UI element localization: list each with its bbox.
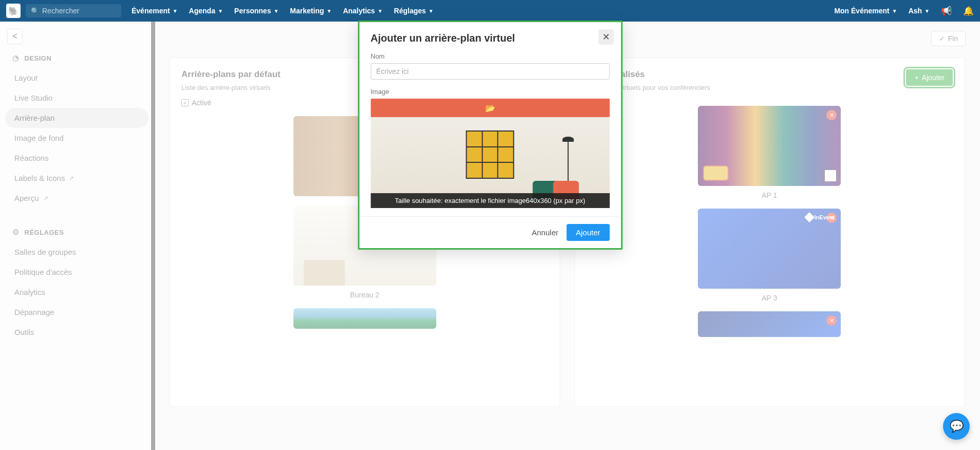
name-label: Nom <box>371 52 609 60</box>
event-selector[interactable]: Mon Événement▼ <box>834 7 897 15</box>
qr-code-graphic <box>824 170 837 182</box>
image-label: Image <box>371 88 609 96</box>
submit-button[interactable]: Ajouter <box>566 224 609 241</box>
sidebar-resize-handle[interactable] <box>151 22 155 450</box>
close-button[interactable]: ✕ <box>598 29 614 45</box>
chevron-down-icon: ▼ <box>273 8 279 14</box>
design-menu: Layout Live Studio Arrière-plan Image de… <box>0 68 154 218</box>
sidebar-item-analytics[interactable]: Analytics <box>5 282 149 302</box>
chevron-down-icon: ▼ <box>429 8 434 14</box>
bg-card-ap3[interactable]: ✕ InEvent AP 3 <box>698 209 841 302</box>
nav-marketing[interactable]: Marketing▼ <box>290 7 331 15</box>
bg-card-ap1[interactable]: ✕ AP 1 <box>698 106 841 199</box>
external-link-icon: ↗ <box>43 195 48 202</box>
bg-label: Bureau 2 <box>293 291 436 299</box>
sidebar-item-layout[interactable]: Layout <box>5 68 149 88</box>
custom-backgrounds-panel: +Ajouter personnalisés rière-plans virtu… <box>575 58 965 407</box>
user-menu[interactable]: Ash▼ <box>909 7 930 15</box>
upload-button[interactable]: 📂 <box>371 99 609 117</box>
section-reglages-header: ⚙ RÉGLAGES <box>0 218 154 242</box>
bell-icon[interactable]: 🔔 <box>963 6 974 16</box>
chevron-down-icon: ▼ <box>173 8 178 14</box>
sidebar: < ◔ DESIGN Layout Live Studio Arrière-pl… <box>0 22 154 450</box>
check-icon: ✓ <box>939 34 945 43</box>
search-icon: 🔍 <box>31 7 39 15</box>
panel-title: personnalisés <box>586 69 953 80</box>
main-nav: Événement▼ Agenda▼ Personnes▼ Marketing▼… <box>132 7 834 15</box>
section-design-header: ◔ DESIGN <box>0 44 154 68</box>
external-link-icon: ↗ <box>69 175 74 182</box>
app-logo[interactable]: 🐘 <box>6 4 21 18</box>
palette-icon: ◔ <box>12 53 20 63</box>
reglages-menu: Salles de groupes Politique d'accès Anal… <box>0 242 154 352</box>
delete-button[interactable]: ✕ <box>826 315 837 326</box>
chevron-down-icon: ▼ <box>378 8 383 14</box>
modal-footer: Annuler Ajouter <box>359 216 621 248</box>
close-icon: ✕ <box>602 31 610 43</box>
gear-icon: ⚙ <box>12 228 20 237</box>
chat-icon: 💬 <box>950 420 964 433</box>
nav-evenement[interactable]: Événement▼ <box>132 7 178 15</box>
sidebar-item-arriere-plan[interactable]: Arrière-plan <box>5 108 149 128</box>
chevron-down-icon: ▼ <box>892 8 897 14</box>
end-button[interactable]: ✓Fin <box>931 31 966 46</box>
bg-thumbnail: ✕ <box>698 106 841 186</box>
checkbox-icon: ✓ <box>181 99 189 106</box>
nav-right: Mon Événement▼ Ash▼ 📢 🔔 <box>834 6 974 16</box>
back-button[interactable]: < <box>7 29 23 44</box>
add-background-button[interactable]: +Ajouter <box>906 69 953 86</box>
panel-desc: rière-plans virtuels pour vos conférenci… <box>586 84 953 91</box>
delete-button[interactable]: ✕ <box>826 110 837 120</box>
top-navbar: 🐘 🔍 Événement▼ Agenda▼ Personnes▼ Market… <box>0 0 980 22</box>
chat-widget-button[interactable]: 💬 <box>943 413 970 440</box>
chevron-down-icon: ▼ <box>924 8 930 14</box>
preview-lamp-graphic <box>567 137 568 188</box>
sidebar-item-image-de-fond[interactable]: Image de fond <box>5 128 149 148</box>
search-input[interactable] <box>42 7 116 15</box>
folder-open-icon: 📂 <box>485 103 495 113</box>
search-box[interactable]: 🔍 <box>26 4 121 17</box>
megaphone-icon[interactable]: 📢 <box>941 6 952 16</box>
nav-agenda[interactable]: Agenda▼ <box>189 7 223 15</box>
bg-label: AP 1 <box>698 191 841 199</box>
add-background-modal: ✕ Ajouter un arrière-plan virtuel Nom Im… <box>358 21 622 250</box>
sidebar-item-depannage[interactable]: Dépannage <box>5 302 149 322</box>
preview-artwork-graphic <box>466 130 514 179</box>
modal-title: Ajouter un arrière-plan virtuel <box>371 32 609 44</box>
brand-logo-graphic: InEvent <box>806 214 835 221</box>
bg-thumbnail <box>293 308 436 329</box>
bg-thumbnail: ✕ <box>698 311 841 337</box>
nav-personnes[interactable]: Personnes▼ <box>234 7 279 15</box>
sidebar-item-reactions[interactable]: Réactions <box>5 148 149 168</box>
bg-label: AP 3 <box>698 294 841 302</box>
sidebar-item-politique[interactable]: Politique d'accès <box>5 262 149 282</box>
sidebar-item-outils[interactable]: Outils <box>5 322 149 342</box>
chevron-down-icon: ▼ <box>326 8 331 14</box>
nav-analytics[interactable]: Analytics▼ <box>343 7 382 15</box>
sidebar-item-apercu[interactable]: Aperçu↗ <box>5 188 149 208</box>
chevron-down-icon: ▼ <box>218 8 223 14</box>
nav-reglages[interactable]: Réglages▼ <box>394 7 434 15</box>
size-hint: Taille souhaitée: exactement le fichier … <box>371 193 609 208</box>
bg-card-3[interactable] <box>293 308 436 329</box>
bg-card-ap-extra[interactable]: ✕ <box>698 311 841 337</box>
name-input[interactable] <box>371 63 609 80</box>
sidebar-item-labels-icons[interactable]: Labels & Icons↗ <box>5 168 149 188</box>
cancel-button[interactable]: Annuler <box>532 228 559 237</box>
bg-thumbnail: ✕ InEvent <box>698 209 841 289</box>
sidebar-item-live-studio[interactable]: Live Studio <box>5 88 149 108</box>
vegas-sign-graphic <box>703 165 729 181</box>
plus-icon: + <box>914 73 918 82</box>
sidebar-item-salles[interactable]: Salles de groupes <box>5 242 149 262</box>
